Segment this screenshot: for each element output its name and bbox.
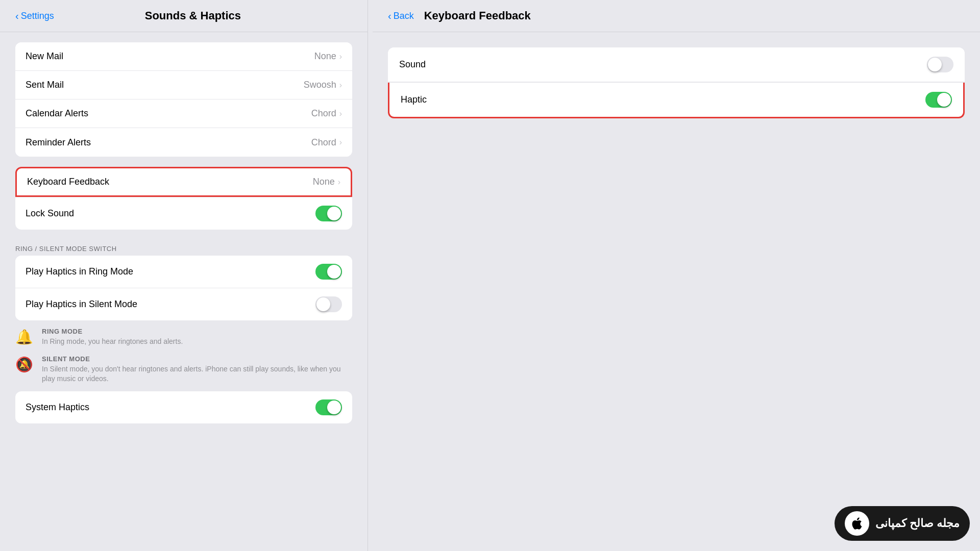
reminder-alerts-chevron-icon: › <box>339 138 342 147</box>
sent-mail-label: Sent Mail <box>26 80 64 90</box>
keyboard-feedback-value: None › <box>313 177 340 187</box>
new-mail-item[interactable]: New Mail None › <box>15 42 352 71</box>
sound-item: Sound <box>388 47 965 83</box>
calendar-alerts-value: Chord › <box>311 108 342 119</box>
left-header: ‹ Settings Sounds & Haptics <box>0 0 368 32</box>
ring-mode-title: RING MODE <box>42 328 352 335</box>
reminder-alerts-item[interactable]: Reminder Alerts Chord › <box>15 128 352 157</box>
system-haptics-thumb <box>327 400 341 414</box>
silent-mode-row: 🔕 SILENT MODE In Silent mode, you don't … <box>15 355 352 384</box>
system-haptics-section: System Haptics <box>15 391 352 423</box>
keyboard-lock-wrapper: Keyboard Feedback None › Lock Sound <box>15 167 352 230</box>
silent-mode-title: SILENT MODE <box>42 355 352 363</box>
lock-sound-item: Lock Sound <box>15 197 352 230</box>
right-content: Sound Haptic <box>373 32 980 134</box>
keyboard-feedback-item[interactable]: Keyboard Feedback None › <box>15 167 352 197</box>
right-back-chevron-icon: ‹ <box>388 10 391 22</box>
calendar-alerts-item[interactable]: Calendar Alerts Chord › <box>15 99 352 128</box>
ring-silent-section-label: RING / SILENT MODE SWITCH <box>0 240 368 256</box>
system-haptics-label: System Haptics <box>26 402 89 413</box>
lock-sound-toggle-thumb <box>327 207 341 220</box>
sent-mail-chevron-icon: › <box>339 81 342 90</box>
reminder-alerts-label: Reminder Alerts <box>26 137 91 148</box>
keyboard-feedback-back-button[interactable]: ‹ Back <box>388 10 414 22</box>
calendar-alerts-label: Calendar Alerts <box>26 108 88 119</box>
silent-mode-desc: In Silent mode, you don't hear ringtones… <box>42 364 352 384</box>
play-haptics-ring-toggle[interactable] <box>315 264 342 280</box>
right-back-label: Back <box>394 11 414 21</box>
bell-slash-icon: 🔕 <box>15 356 34 373</box>
watermark-text: مجله صالح کمپانی <box>875 517 960 530</box>
ring-mode-desc: In Ring mode, you hear ringtones and ale… <box>42 337 352 347</box>
play-haptics-silent-toggle[interactable] <box>315 296 342 312</box>
calendar-alerts-chevron-icon: › <box>339 109 342 118</box>
haptic-item: Haptic <box>388 83 965 118</box>
keyboard-feedback-chevron-icon: › <box>338 178 340 187</box>
sound-toggle[interactable] <box>927 57 953 72</box>
play-haptics-ring-thumb <box>327 265 341 279</box>
haptic-toggle-thumb <box>937 93 951 107</box>
left-panel-title: Sounds & Haptics <box>64 9 322 22</box>
back-label: Settings <box>21 11 54 21</box>
ring-mode-row: 🔔 RING MODE In Ring mode, you hear ringt… <box>15 328 352 347</box>
play-haptics-silent-thumb <box>316 297 330 311</box>
panel-divider <box>368 0 368 551</box>
haptic-toggle[interactable] <box>925 92 952 108</box>
haptic-item-row: Haptic <box>389 83 963 117</box>
left-panel: ‹ Settings Sounds & Haptics New Mail Non… <box>0 0 368 551</box>
new-mail-chevron-icon: › <box>339 52 342 61</box>
haptic-label: Haptic <box>401 94 427 105</box>
lock-sound-label: Lock Sound <box>26 208 74 219</box>
sent-mail-item[interactable]: Sent Mail Swoosh › <box>15 71 352 99</box>
right-panel-title: Keyboard Feedback <box>424 9 531 22</box>
mode-info-section: 🔔 RING MODE In Ring mode, you hear ringt… <box>15 328 352 384</box>
apple-logo-icon <box>845 511 869 536</box>
lock-sound-toggle[interactable] <box>315 206 342 221</box>
mail-alerts-list: New Mail None › Sent Mail Swoosh › Calen… <box>15 42 352 157</box>
watermark: مجله صالح کمپانی <box>835 506 970 541</box>
play-haptics-silent-item: Play Haptics in Silent Mode <box>15 288 352 320</box>
play-haptics-ring-item: Play Haptics in Ring Mode <box>15 256 352 288</box>
sent-mail-value: Swoosh › <box>304 80 342 90</box>
settings-back-button[interactable]: ‹ Settings <box>15 10 54 22</box>
reminder-alerts-value: Chord › <box>311 137 342 148</box>
sound-label: Sound <box>399 59 426 70</box>
right-panel: ‹ Back Keyboard Feedback Sound Haptic <box>373 0 980 551</box>
sound-toggle-thumb <box>928 58 942 71</box>
ring-silent-section: Play Haptics in Ring Mode Play Haptics i… <box>15 256 352 320</box>
system-haptics-item: System Haptics <box>15 391 352 423</box>
new-mail-label: New Mail <box>26 51 63 62</box>
new-mail-value: None › <box>314 51 342 62</box>
play-haptics-silent-label: Play Haptics in Silent Mode <box>26 299 137 310</box>
keyboard-feedback-label: Keyboard Feedback <box>27 177 109 187</box>
system-haptics-toggle[interactable] <box>315 399 342 415</box>
back-chevron-icon: ‹ <box>15 10 19 22</box>
bell-icon: 🔔 <box>15 329 34 345</box>
sound-item-row: Sound <box>388 47 965 82</box>
right-header: ‹ Back Keyboard Feedback <box>373 0 980 32</box>
play-haptics-ring-label: Play Haptics in Ring Mode <box>26 266 133 277</box>
